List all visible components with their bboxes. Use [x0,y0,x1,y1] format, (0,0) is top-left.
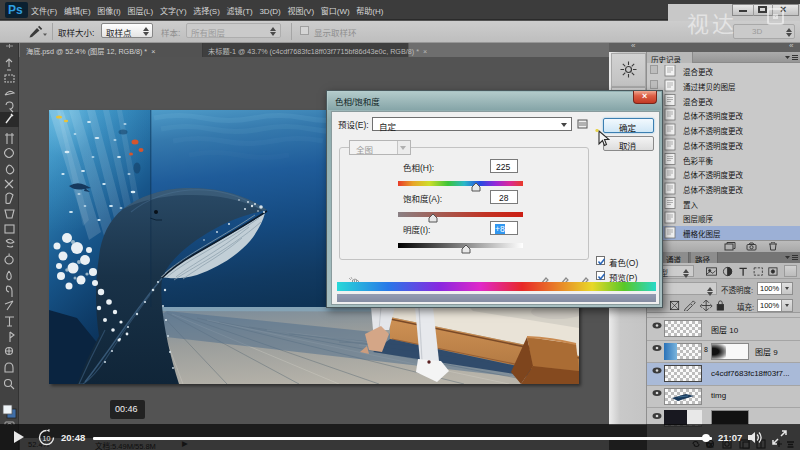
svg-text:10: 10 [43,435,51,442]
